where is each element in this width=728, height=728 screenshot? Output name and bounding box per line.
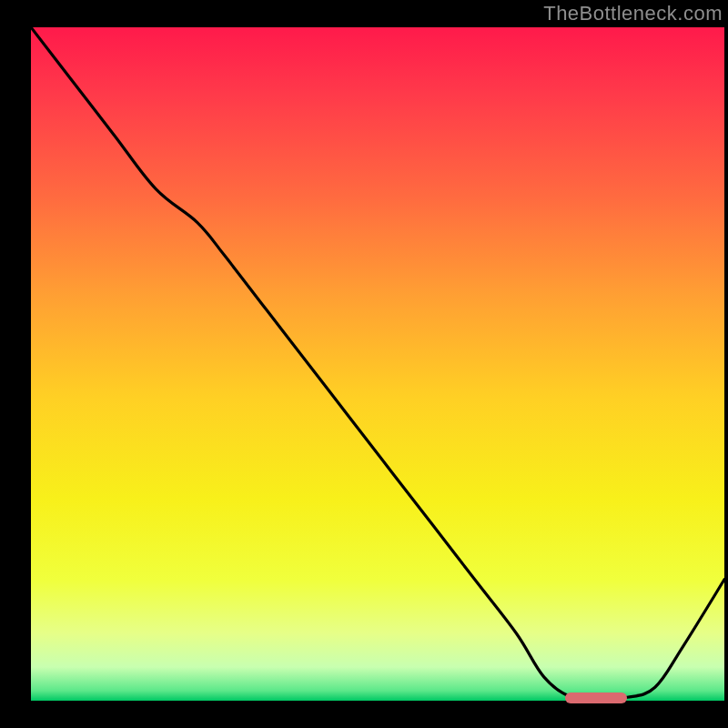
plot-area — [31, 27, 724, 701]
gradient-background — [31, 27, 724, 701]
chart-container: TheBottleneck.com — [0, 0, 728, 728]
chart-svg — [31, 27, 724, 701]
optimal-marker — [565, 693, 628, 703]
watermark-label: TheBottleneck.com — [543, 2, 723, 25]
